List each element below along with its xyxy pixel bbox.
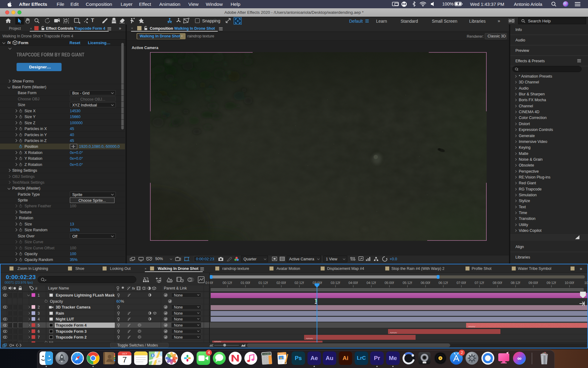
svg-text:∞: ∞ <box>517 355 522 362</box>
svg-text:7: 7 <box>123 355 127 364</box>
svg-text:3D: 3D <box>158 360 161 362</box>
svg-text:fx: fx <box>132 286 135 290</box>
svg-text:OCT: OCT <box>122 352 127 355</box>
svg-text:PAGES: PAGES <box>279 353 285 355</box>
